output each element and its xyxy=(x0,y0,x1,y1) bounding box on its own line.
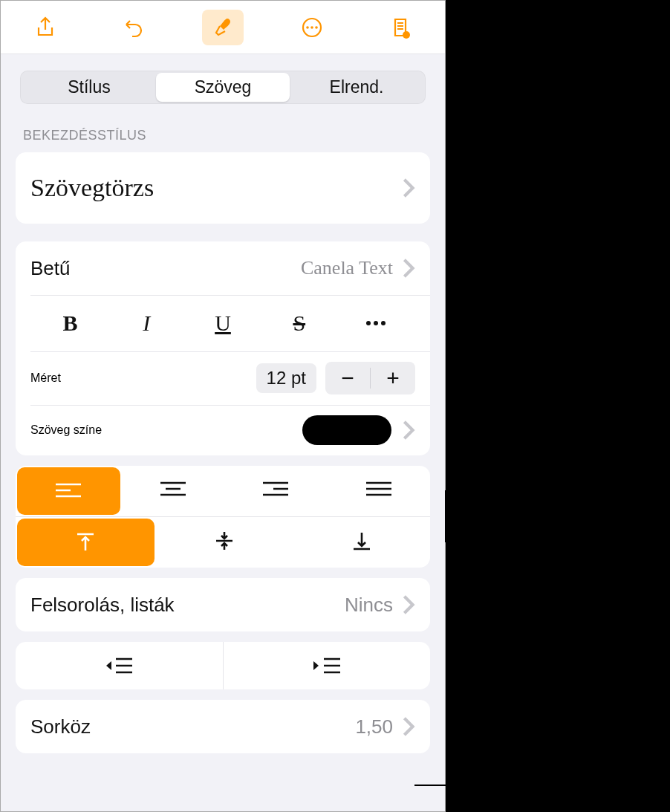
inspector-tabs: Stílus Szöveg Elrend. xyxy=(1,54,445,111)
valign-top-button[interactable] xyxy=(17,519,155,566)
document-view-button[interactable] xyxy=(380,10,421,45)
svg-point-2 xyxy=(310,26,313,29)
tab-text[interactable]: Szöveg xyxy=(156,73,290,102)
text-color-label: Szöveg színe xyxy=(30,423,102,437)
increase-indent-button[interactable] xyxy=(223,642,431,689)
size-stepper: − + xyxy=(325,362,415,394)
chevron-right-icon xyxy=(402,716,415,737)
font-row[interactable]: Betű Canela Text xyxy=(16,241,430,295)
callout-spacing xyxy=(414,785,496,786)
share-button[interactable] xyxy=(25,10,66,45)
tab-arrange[interactable]: Elrend. xyxy=(290,73,423,102)
chevron-right-icon xyxy=(402,420,415,441)
tab-style[interactable]: Stílus xyxy=(22,73,156,102)
font-card: Betű Canela Text B I U S Méret 12 pt − +… xyxy=(16,241,430,455)
bold-button[interactable]: B xyxy=(32,308,108,338)
top-toolbar xyxy=(1,1,445,54)
align-center-button[interactable] xyxy=(122,466,225,513)
svg-point-6 xyxy=(374,321,378,325)
valign-middle-button[interactable] xyxy=(156,517,293,565)
chevron-right-icon xyxy=(402,178,415,198)
bullets-label: Felsorolás, listák xyxy=(30,594,175,617)
svg-point-4 xyxy=(403,31,410,39)
chevron-right-icon xyxy=(402,594,415,615)
align-justify-button[interactable] xyxy=(328,466,431,513)
horizontal-align-row xyxy=(16,466,430,517)
italic-button[interactable]: I xyxy=(108,308,185,338)
line-spacing-label: Sorköz xyxy=(30,715,91,738)
line-spacing-row[interactable]: Sorköz 1,50 xyxy=(16,700,430,753)
paragraph-style-header: Bekezdésstílus xyxy=(1,111,445,148)
valign-bottom-button[interactable] xyxy=(293,517,430,565)
text-style-buttons: B I U S xyxy=(16,295,430,351)
format-panel: Stílus Szöveg Elrend. Bekezdésstílus Szö… xyxy=(0,0,446,812)
size-row: Méret 12 pt − + xyxy=(16,351,430,405)
underline-button[interactable]: U xyxy=(185,308,261,338)
indent-card xyxy=(16,642,430,689)
size-label: Méret xyxy=(30,371,61,385)
size-decrease-button[interactable]: − xyxy=(325,362,370,394)
paragraph-style-name: Szövegtörzs xyxy=(30,174,154,202)
size-increase-button[interactable]: + xyxy=(371,362,415,394)
paragraph-style-row[interactable]: Szövegtörzs xyxy=(16,152,430,224)
bullets-value: Nincs xyxy=(345,594,393,617)
bullets-row[interactable]: Felsorolás, listák Nincs xyxy=(16,578,430,631)
font-label: Betű xyxy=(30,257,71,280)
chevron-right-icon xyxy=(402,258,415,279)
callout-alignment-tick-top xyxy=(445,490,446,542)
svg-point-5 xyxy=(366,321,371,325)
undo-button[interactable] xyxy=(113,10,155,45)
align-left-button[interactable] xyxy=(17,467,120,515)
format-brush-button[interactable] xyxy=(202,10,244,45)
svg-point-1 xyxy=(306,26,309,29)
vertical-align-row xyxy=(16,517,430,568)
bullets-card: Felsorolás, listák Nincs xyxy=(16,578,430,631)
strikethrough-button[interactable]: S xyxy=(261,308,337,338)
more-button[interactable] xyxy=(291,10,333,45)
text-color-swatch[interactable] xyxy=(302,415,391,445)
text-color-row[interactable]: Szöveg színe xyxy=(16,405,430,455)
size-value[interactable]: 12 pt xyxy=(256,363,316,393)
svg-point-7 xyxy=(381,321,386,325)
line-spacing-card: Sorköz 1,50 xyxy=(16,700,430,753)
alignment-card xyxy=(16,466,430,568)
decrease-indent-button[interactable] xyxy=(16,642,223,689)
line-spacing-value: 1,50 xyxy=(355,715,393,738)
paragraph-style-card: Szövegtörzs xyxy=(16,152,430,224)
font-value: Canela Text xyxy=(301,257,393,279)
svg-point-3 xyxy=(315,26,318,29)
align-right-button[interactable] xyxy=(224,466,328,513)
more-text-options-button[interactable] xyxy=(337,308,414,338)
callout-alignment xyxy=(445,516,464,517)
